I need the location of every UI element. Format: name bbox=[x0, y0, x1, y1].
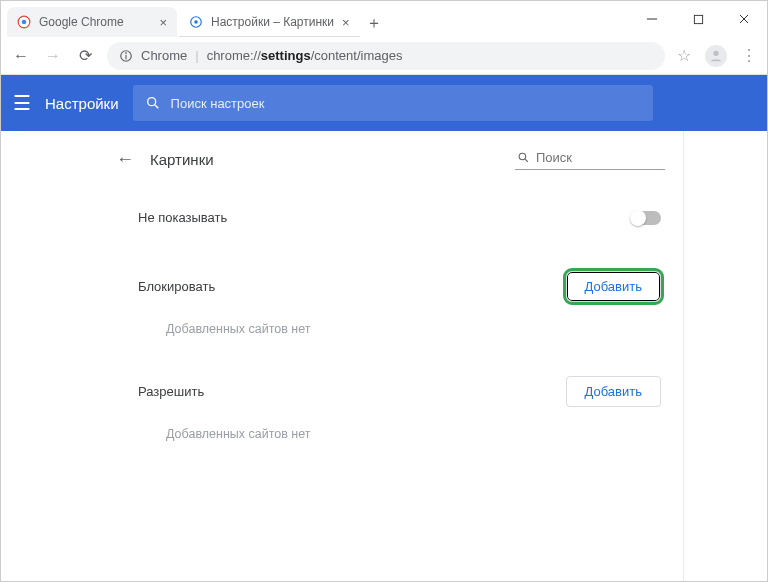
tab-settings-images[interactable]: Настройки – Картинки × bbox=[179, 7, 360, 37]
allow-label: Разрешить bbox=[138, 384, 204, 399]
page-title: Картинки bbox=[150, 151, 499, 168]
content-area: ← Картинки Не показывать Блокировать Доб… bbox=[1, 131, 767, 582]
toggle-row: Не показывать bbox=[116, 204, 665, 231]
left-gutter bbox=[1, 131, 116, 582]
block-empty-text: Добавленных сайтов нет bbox=[116, 322, 665, 336]
page-search-input[interactable] bbox=[536, 150, 663, 165]
tab-google-chrome[interactable]: Google Chrome × bbox=[7, 7, 177, 37]
settings-search-input[interactable] bbox=[171, 96, 641, 111]
menu-kebab-icon[interactable]: ⋮ bbox=[741, 46, 757, 65]
tab-close-icon[interactable]: × bbox=[159, 15, 167, 30]
chrome-favicon-icon bbox=[17, 15, 31, 29]
menu-hamburger-icon[interactable]: ☰ bbox=[13, 91, 31, 115]
svg-line-15 bbox=[525, 159, 528, 162]
tab-title: Настройки – Картинки bbox=[211, 15, 334, 29]
window-maximize-icon[interactable] bbox=[675, 1, 721, 37]
window-minimize-icon[interactable] bbox=[629, 1, 675, 37]
svg-point-11 bbox=[713, 50, 718, 55]
svg-rect-5 bbox=[694, 15, 702, 23]
url-text: chrome://settings/content/images bbox=[207, 48, 403, 63]
settings-favicon-icon bbox=[189, 15, 203, 29]
svg-point-3 bbox=[194, 20, 198, 24]
search-icon bbox=[145, 95, 161, 111]
site-info-icon[interactable] bbox=[119, 49, 133, 63]
nav-forward-icon[interactable]: → bbox=[43, 47, 63, 65]
svg-point-14 bbox=[519, 153, 526, 160]
block-add-button[interactable]: Добавить bbox=[566, 271, 661, 302]
window-controls bbox=[629, 1, 767, 37]
show-images-toggle[interactable] bbox=[631, 211, 661, 225]
toolbar: ← → ⟳ Chrome | chrome://settings/content… bbox=[1, 37, 767, 75]
svg-point-1 bbox=[22, 20, 27, 25]
page-search-box[interactable] bbox=[515, 150, 665, 170]
profile-avatar-icon[interactable] bbox=[705, 45, 727, 67]
svg-point-12 bbox=[147, 98, 155, 106]
block-section-header: Блокировать Добавить bbox=[116, 265, 665, 308]
back-arrow-icon[interactable]: ← bbox=[116, 149, 134, 170]
tab-close-icon[interactable]: × bbox=[342, 15, 350, 30]
toggle-label: Не показывать bbox=[138, 210, 227, 225]
svg-line-13 bbox=[155, 105, 158, 108]
settings-title: Настройки bbox=[45, 95, 119, 112]
nav-reload-icon[interactable]: ⟳ bbox=[75, 46, 95, 65]
tab-strip: Google Chrome × Настройки – Картинки × ＋ bbox=[1, 1, 629, 37]
allow-add-button[interactable]: Добавить bbox=[566, 376, 661, 407]
bookmark-star-icon[interactable]: ☆ bbox=[677, 46, 691, 65]
window-close-icon[interactable] bbox=[721, 1, 767, 37]
settings-search-box[interactable] bbox=[133, 85, 653, 121]
new-tab-button[interactable]: ＋ bbox=[360, 9, 388, 37]
address-bar[interactable]: Chrome | chrome://settings/content/image… bbox=[107, 42, 665, 70]
allow-section-header: Разрешить Добавить bbox=[116, 370, 665, 413]
tab-title: Google Chrome bbox=[39, 15, 151, 29]
page-heading-row: ← Картинки bbox=[116, 149, 665, 170]
search-icon bbox=[517, 151, 530, 164]
main-column: ← Картинки Не показывать Блокировать Доб… bbox=[116, 131, 683, 582]
url-scheme-label: Chrome bbox=[141, 48, 187, 63]
block-label: Блокировать bbox=[138, 279, 215, 294]
settings-header: ☰ Настройки bbox=[1, 75, 767, 131]
nav-back-icon[interactable]: ← bbox=[11, 47, 31, 65]
right-gutter bbox=[683, 131, 767, 582]
allow-empty-text: Добавленных сайтов нет bbox=[116, 427, 665, 441]
window-titlebar: Google Chrome × Настройки – Картинки × ＋ bbox=[1, 1, 767, 37]
